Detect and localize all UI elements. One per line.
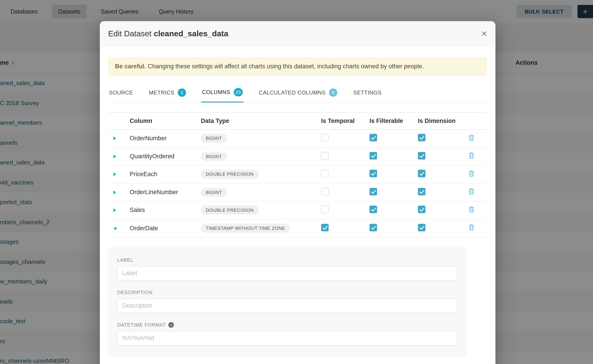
collapse-caret-icon[interactable] <box>113 228 117 230</box>
tab-source[interactable]: SOURCE <box>108 84 134 102</box>
datetime-format-field-group: DATETIME FORMAT <box>117 322 457 345</box>
page: Databases Datasets Saved Queries Query H… <box>0 0 593 364</box>
is-temporal-checkbox[interactable] <box>321 134 329 142</box>
column-name: OrderNumber <box>130 135 201 142</box>
label-field-group: LABEL <box>117 257 457 280</box>
delete-icon[interactable] <box>469 188 474 196</box>
data-type-pill: TIMESTAMP WITHOUT TIME ZONE <box>201 224 290 233</box>
is-dimension-checkbox[interactable] <box>418 224 426 231</box>
label-input[interactable] <box>117 266 457 280</box>
info-icon[interactable] <box>168 322 174 328</box>
label-field-label: LABEL <box>117 257 457 263</box>
tab-columns-label: COLUMNS <box>202 89 230 95</box>
datetime-format-input[interactable] <box>117 331 457 345</box>
modal-title-prefix: Edit Dataset <box>108 29 152 38</box>
modal-header: Edit Datasetcleaned_sales_data × <box>100 21 495 46</box>
expand-caret-icon[interactable] <box>113 208 116 212</box>
delete-icon[interactable] <box>469 134 474 142</box>
warning-banner: Be careful.Changing these settings will … <box>108 57 487 76</box>
description-field-group: DESCRIPTION <box>117 290 457 313</box>
columns-table-header: Column Data Type Is Temporal Is Filterab… <box>108 112 487 130</box>
is-dimension-checkbox[interactable] <box>418 206 426 213</box>
calculated-columns-count-badge: 0 <box>329 88 337 97</box>
tab-settings[interactable]: SETTINGS <box>352 84 382 102</box>
column-name: Sales <box>130 207 201 214</box>
modal-title-dataset-name: cleaned_sales_data <box>154 29 228 38</box>
is-temporal-checkbox[interactable] <box>321 152 329 159</box>
columns-count-badge: 25 <box>234 88 243 97</box>
column-name: QuantityOrdered <box>130 153 201 160</box>
is-filterable-checkbox[interactable] <box>369 170 377 177</box>
description-field-label: DESCRIPTION <box>117 290 457 295</box>
column-row: PriceEach DOUBLE PRECISION <box>108 166 487 184</box>
is-filterable-checkbox[interactable] <box>369 206 377 213</box>
data-type-pill: BIGINT <box>201 188 227 197</box>
is-filterable-checkbox[interactable] <box>369 134 377 142</box>
tab-calculated-columns-label: CALCULATED COLUMNS <box>259 89 326 95</box>
is-temporal-checkbox[interactable] <box>321 224 329 231</box>
is-filterable-checkbox[interactable] <box>369 188 377 195</box>
column-row: OrderDate TIMESTAMP WITHOUT TIME ZONE <box>108 220 487 237</box>
tab-calculated-columns[interactable]: CALCULATED COLUMNS 0 <box>258 84 338 102</box>
warning-bold-text: Be careful. <box>115 63 146 70</box>
tab-source-label: SOURCE <box>109 89 133 95</box>
header-column: Column <box>130 117 201 124</box>
warning-text: Changing these settings will affect all … <box>148 63 424 70</box>
datetime-format-label-text: DATETIME FORMAT <box>117 322 166 328</box>
data-type-pill: DOUBLE PRECISION <box>201 206 259 215</box>
is-temporal-checkbox[interactable] <box>321 170 329 177</box>
column-editor-panel: LABEL DESCRIPTION DATETIME FORMAT <box>108 247 466 357</box>
is-dimension-checkbox[interactable] <box>418 134 426 142</box>
expand-caret-icon[interactable] <box>113 190 116 194</box>
column-name: OrderDate <box>130 225 201 232</box>
data-type-pill: BIGINT <box>201 134 227 143</box>
datetime-format-field-label: DATETIME FORMAT <box>117 322 457 328</box>
delete-icon[interactable] <box>469 170 474 178</box>
modal-body: Be careful.Changing these settings will … <box>100 46 495 357</box>
modal-tabs: SOURCE METRICS 1 COLUMNS 25 CALCULATED C… <box>108 84 487 102</box>
expand-caret-icon[interactable] <box>113 136 116 140</box>
column-name: OrderLineNumber <box>130 189 201 196</box>
columns-table: Column Data Type Is Temporal Is Filterab… <box>108 112 487 237</box>
column-row: Sales DOUBLE PRECISION <box>108 202 487 220</box>
is-dimension-checkbox[interactable] <box>418 170 426 177</box>
is-dimension-checkbox[interactable] <box>418 188 426 195</box>
tab-columns[interactable]: COLUMNS 25 <box>201 84 244 102</box>
is-dimension-checkbox[interactable] <box>418 152 426 159</box>
header-is-dimension: Is Dimension <box>418 117 466 124</box>
expand-caret-icon[interactable] <box>113 155 116 158</box>
delete-icon[interactable] <box>469 206 474 214</box>
edit-dataset-modal: Edit Datasetcleaned_sales_data × Be care… <box>100 21 495 364</box>
is-filterable-checkbox[interactable] <box>369 152 377 159</box>
delete-icon[interactable] <box>469 224 474 232</box>
delete-icon[interactable] <box>469 152 474 160</box>
tab-metrics[interactable]: METRICS 1 <box>148 84 187 102</box>
header-data-type: Data Type <box>201 117 321 124</box>
header-is-filterable: Is Filterable <box>369 117 418 124</box>
column-row: OrderNumber BIGINT <box>108 130 487 148</box>
column-name: PriceEach <box>130 171 201 178</box>
is-temporal-checkbox[interactable] <box>321 188 329 195</box>
tab-metrics-label: METRICS <box>149 89 174 95</box>
data-type-pill: DOUBLE PRECISION <box>201 170 259 179</box>
tab-settings-label: SETTINGS <box>353 89 382 95</box>
header-is-temporal: Is Temporal <box>321 117 370 124</box>
data-type-pill: BIGINT <box>201 152 227 161</box>
close-icon[interactable]: × <box>481 29 487 39</box>
description-input[interactable] <box>117 299 457 313</box>
is-filterable-checkbox[interactable] <box>369 224 377 231</box>
expand-caret-icon[interactable] <box>113 173 116 176</box>
metrics-count-badge: 1 <box>178 88 186 97</box>
modal-title: Edit Datasetcleaned_sales_data <box>108 29 228 38</box>
column-row: QuantityOrdered BIGINT <box>108 148 487 166</box>
is-temporal-checkbox[interactable] <box>321 206 329 213</box>
column-row: OrderLineNumber BIGINT <box>108 184 487 202</box>
